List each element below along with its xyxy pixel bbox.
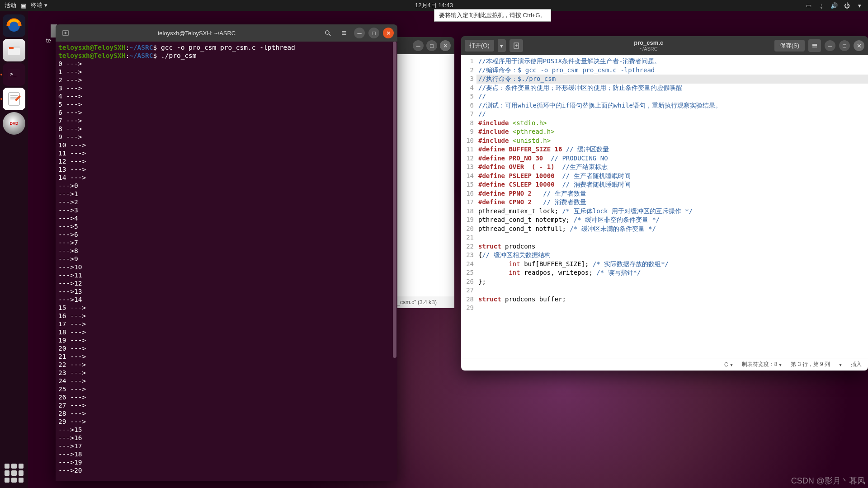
- terminal-menu-icon[interactable]: ▣: [21, 2, 26, 9]
- hamburger-icon: [811, 42, 818, 49]
- firefox-icon: [6, 18, 22, 34]
- vm-tooltip: 要将输入定向到此虚拟机，请按 Ctrl+G。: [434, 9, 551, 22]
- status-position-dropdown[interactable]: ▾: [839, 361, 842, 368]
- status-lang[interactable]: C ▾: [724, 361, 733, 368]
- svg-line-14: [329, 34, 330, 36]
- terminal-body[interactable]: teloysxh@TeloySXH:~/ASRC$ gcc -o pro_csm…: [56, 42, 397, 481]
- close-button[interactable]: ✕: [383, 28, 394, 38]
- gedit-window-behind: ─ □ ✕ pro_csm.c" (3.4 kB): [396, 37, 454, 308]
- svg-rect-2: [8, 48, 20, 55]
- desktop-folder-label: te: [46, 37, 51, 44]
- show-applications[interactable]: [5, 464, 24, 483]
- gedit-statusbar: C ▾ 制表符宽度：8 ▾ 第 3 行，第 9 列 ▾ 插入: [461, 358, 868, 371]
- gedit-title: pro_csm.c ~/ASRC: [527, 39, 771, 52]
- terminal-titlebar[interactable]: teloysxh@TeloySXH: ~/ASRC ─ □ ✕: [56, 24, 397, 42]
- new-doc-icon: [513, 42, 520, 49]
- new-document-button[interactable]: [509, 39, 523, 52]
- gedit-titlebar[interactable]: 打开(O) ▾ pro_csm.c ~/ASRC 保存(S) ─ □ ✕: [461, 36, 868, 55]
- code-area[interactable]: //本程序用于演示使用POSIX条件变量解决生产者-消费者问题。//编译命令：$…: [476, 55, 868, 358]
- terminal-window: teloysxh@TeloySXH: ~/ASRC ─ □ ✕ teloysxh…: [56, 24, 397, 481]
- dock-terminal[interactable]: >_: [3, 63, 25, 86]
- dock-gedit[interactable]: [3, 88, 25, 110]
- vm-indicator-icon: ▭: [806, 2, 812, 9]
- minimize-button[interactable]: ─: [354, 28, 365, 38]
- minimize-button-2[interactable]: ─: [413, 40, 424, 51]
- dvd-icon: DVD: [9, 121, 18, 126]
- gedit-maximize[interactable]: □: [839, 40, 850, 51]
- new-tab-icon: [62, 29, 69, 37]
- terminal-title: teloysxh@TeloySXH: ~/ASRC: [75, 30, 318, 37]
- files-icon: [6, 42, 22, 58]
- line-gutter: 1234567891011121314151617181920212223242…: [461, 55, 476, 358]
- terminal-search-button[interactable]: [321, 27, 334, 39]
- gedit-window: 打开(O) ▾ pro_csm.c ~/ASRC 保存(S) ─ □ ✕ 123…: [461, 36, 868, 371]
- gedit-icon: [6, 91, 22, 107]
- search-icon: [325, 30, 331, 36]
- save-button[interactable]: 保存(S): [774, 40, 805, 52]
- terminal-icon: >_: [6, 66, 22, 83]
- svg-point-13: [326, 31, 329, 34]
- volume-icon[interactable]: 🔊: [831, 2, 837, 9]
- status-position: 第 3 行，第 9 列: [791, 361, 830, 368]
- terminal-hamburger-button[interactable]: [338, 27, 350, 39]
- network-icon[interactable]: ⏚: [818, 2, 825, 9]
- gedit-hamburger-button[interactable]: [808, 39, 821, 52]
- hamburger-icon: [341, 30, 347, 36]
- app-menu[interactable]: 终端 ▾: [31, 1, 47, 9]
- open-button[interactable]: 打开(O): [465, 40, 494, 52]
- power-icon[interactable]: ⏻: [844, 2, 850, 9]
- svg-text:>_: >_: [10, 71, 17, 77]
- chevron-down-icon[interactable]: ▾: [856, 2, 863, 9]
- close-button-2[interactable]: ✕: [440, 40, 451, 51]
- maximize-button[interactable]: □: [368, 28, 379, 38]
- status-tabwidth[interactable]: 制表符宽度：8 ▾: [742, 361, 782, 368]
- svg-rect-3: [9, 47, 14, 49]
- maximize-button-2[interactable]: □: [426, 40, 437, 51]
- dock-firefox[interactable]: [3, 14, 25, 37]
- terminal-scrollbar[interactable]: [393, 42, 396, 358]
- dock: >_ DVD: [0, 11, 28, 488]
- activities-button[interactable]: 活动: [5, 1, 16, 9]
- watermark: CSDN @影月丶暮风: [791, 475, 865, 486]
- status-insert: 插入: [851, 361, 862, 368]
- dock-files[interactable]: [3, 39, 25, 61]
- gedit-close[interactable]: ✕: [854, 40, 864, 51]
- new-tab-button[interactable]: [59, 27, 72, 39]
- gedit-editor[interactable]: 1234567891011121314151617181920212223242…: [461, 55, 868, 358]
- gedit-minimize[interactable]: ─: [825, 40, 835, 51]
- dock-dvd[interactable]: DVD: [3, 112, 25, 135]
- open-dropdown[interactable]: ▾: [498, 39, 506, 52]
- clock[interactable]: 12月4日 14:43: [415, 1, 453, 9]
